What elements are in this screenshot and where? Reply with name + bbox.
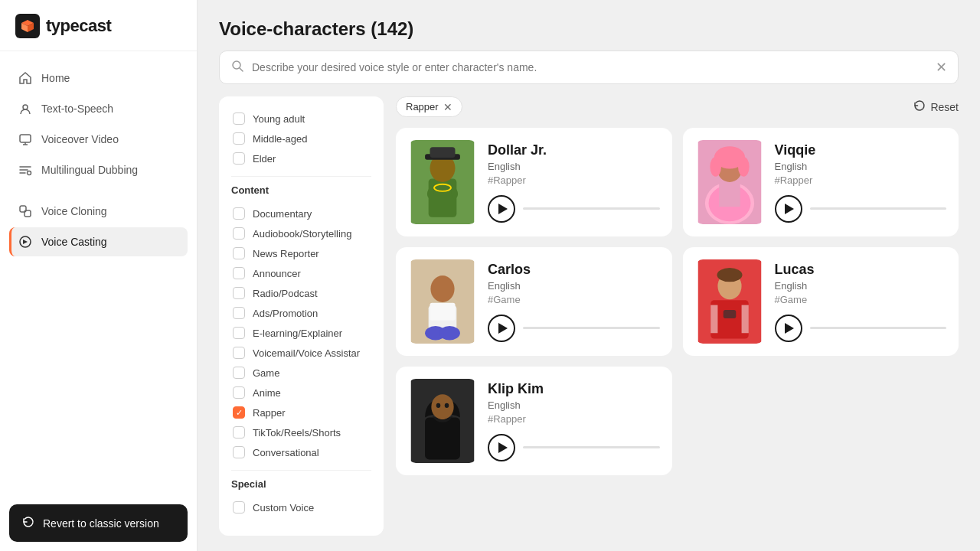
filter-conversational[interactable]: Conversational (231, 442, 371, 462)
card-lang-dollar-jr: English (488, 161, 660, 172)
filter-news-reporter-checkbox[interactable] (233, 247, 245, 259)
filter-voicemail-label: Voicemail/Voice Assistar (253, 347, 360, 359)
page-title: Voice-characters (142) (219, 18, 959, 40)
sidebar-item-dubbing-label: Multilingual Dubbing (41, 164, 138, 176)
filter-radio-podcast[interactable]: Radio/Podcast (231, 283, 371, 303)
card-name-carlos: Carlos (488, 262, 660, 278)
play-button-klip-kim[interactable] (488, 434, 515, 461)
filter-game-checkbox[interactable] (233, 367, 245, 379)
sidebar-item-home[interactable]: Home (9, 64, 188, 93)
play-button-viqqie[interactable] (775, 195, 802, 223)
active-filter-rapper-label: Rapper (406, 101, 439, 112)
filter-radio-podcast-checkbox[interactable] (233, 287, 245, 299)
filter-middle-aged[interactable]: Middle-aged (231, 129, 371, 148)
revert-to-classic-button[interactable]: Revert to classic version (9, 504, 188, 542)
card-info-carlos: Carlos English #Game (488, 262, 660, 342)
filter-anime[interactable]: Anime (231, 383, 371, 403)
search-input[interactable] (252, 61, 928, 73)
remove-rapper-filter-button[interactable]: ✕ (443, 102, 452, 112)
casting-icon (18, 235, 32, 249)
filter-documentary-label: Documentary (253, 208, 312, 220)
play-button-lucas[interactable] (775, 315, 802, 342)
logo[interactable]: typecast (15, 14, 181, 38)
card-player-carlos (488, 315, 660, 342)
filter-conversational-label: Conversational (253, 447, 319, 458)
filter-anime-label: Anime (253, 387, 281, 399)
filter-custom-voice[interactable]: Custom Voice (231, 497, 371, 517)
filter-radio-podcast-label: Radio/Podcast (253, 288, 318, 299)
card-player-dollar-jr (488, 195, 660, 223)
svg-point-34 (717, 268, 742, 282)
filter-voicemail-checkbox[interactable] (233, 347, 245, 359)
avatar-lucas (695, 259, 764, 344)
play-button-dollar-jr[interactable] (488, 195, 515, 223)
filter-documentary[interactable]: Documentary (231, 204, 371, 223)
filter-news-reporter-label: News Reporter (253, 248, 319, 259)
filter-announcer-checkbox[interactable] (233, 267, 245, 279)
filter-elder[interactable]: Elder (231, 148, 371, 168)
svg-point-21 (738, 157, 750, 177)
sidebar-item-voiceover[interactable]: Voiceover Video (9, 125, 188, 154)
filter-tiktok[interactable]: TikTok/Reels/Shorts (231, 422, 371, 442)
reset-label: Reset (930, 101, 959, 113)
filter-elearning-checkbox[interactable] (233, 327, 245, 339)
main-header: Voice-characters (142) ✕ (198, 0, 980, 96)
filter-audiobook[interactable]: Audiobook/Storytelling (231, 223, 371, 243)
filter-panel: Young adult Middle-aged Elder Content Do… (219, 96, 384, 536)
sidebar-item-tts[interactable]: Text-to-Speech (9, 94, 188, 123)
home-icon (18, 71, 32, 85)
svg-rect-28 (430, 303, 456, 321)
svg-point-25 (439, 326, 460, 340)
filter-custom-voice-checkbox[interactable] (233, 501, 245, 514)
sidebar-item-voiceover-label: Voiceover Video (41, 133, 119, 145)
filter-ads-promotion-checkbox[interactable] (233, 307, 245, 319)
filter-ads-promotion[interactable]: Ads/Promotion (231, 303, 371, 323)
filter-young-adult-checkbox[interactable] (233, 112, 245, 125)
card-player-viqqie (775, 195, 947, 223)
results-area: Rapper ✕ Reset (396, 96, 959, 536)
filter-young-adult-label: Young adult (253, 113, 305, 125)
sidebar-item-tts-label: Text-to-Speech (41, 103, 113, 115)
avatar-dollar-jr (408, 140, 477, 224)
sidebar-item-voice-cloning[interactable]: Voice Cloning (9, 197, 188, 226)
play-button-carlos[interactable] (488, 315, 515, 342)
dubbing-icon (18, 163, 32, 177)
card-player-lucas (775, 315, 947, 342)
card-lang-viqqie: English (775, 161, 947, 172)
card-lang-klip-kim: English (488, 399, 660, 411)
filter-anime-checkbox[interactable] (233, 386, 245, 399)
filter-tiktok-checkbox[interactable] (233, 426, 245, 439)
svg-point-26 (430, 276, 454, 302)
avatar-klip-kim (408, 379, 477, 463)
filter-elearning[interactable]: E-learning/Explainer (231, 323, 371, 343)
filter-documentary-checkbox[interactable] (233, 207, 245, 220)
card-lang-carlos: English (488, 280, 660, 292)
filter-conversational-checkbox[interactable] (233, 446, 245, 458)
filter-middle-aged-checkbox[interactable] (233, 132, 245, 145)
filter-young-adult[interactable]: Young adult (231, 109, 371, 129)
progress-bar-klip-kim (523, 446, 660, 448)
progress-bar-viqqie (810, 207, 947, 210)
svg-point-38 (431, 394, 453, 419)
reset-filters-button[interactable]: Reset (913, 99, 959, 114)
filter-rapper-checkbox[interactable] (233, 406, 245, 419)
card-name-dollar-jr: Dollar Jr. (488, 142, 660, 158)
age-filter-group: Young adult Middle-aged Elder (231, 109, 371, 168)
filter-audiobook-checkbox[interactable] (233, 227, 245, 240)
filter-announcer[interactable]: Announcer (231, 263, 371, 283)
filter-elder-checkbox[interactable] (233, 152, 245, 165)
search-clear-button[interactable]: ✕ (936, 60, 947, 74)
filter-voicemail[interactable]: Voicemail/Voice Assistar (231, 343, 371, 363)
sidebar-item-dubbing[interactable]: Multilingual Dubbing (9, 155, 188, 184)
revert-button-label: Revert to classic version (43, 517, 159, 530)
filter-news-reporter[interactable]: News Reporter (231, 243, 371, 263)
logo-text: typecast (46, 16, 111, 36)
sidebar-item-voice-casting[interactable]: Voice Casting (9, 227, 188, 256)
filter-rapper[interactable]: Rapper (231, 403, 371, 422)
voice-card-dollar-jr: Dollar Jr. English #Rapper (396, 128, 672, 236)
svg-rect-31 (710, 305, 717, 334)
filter-game[interactable]: Game (231, 363, 371, 383)
revert-icon (21, 515, 35, 531)
card-info-klip-kim: Klip Kim English #Rapper (488, 381, 660, 461)
progress-bar-dollar-jr (523, 207, 660, 210)
